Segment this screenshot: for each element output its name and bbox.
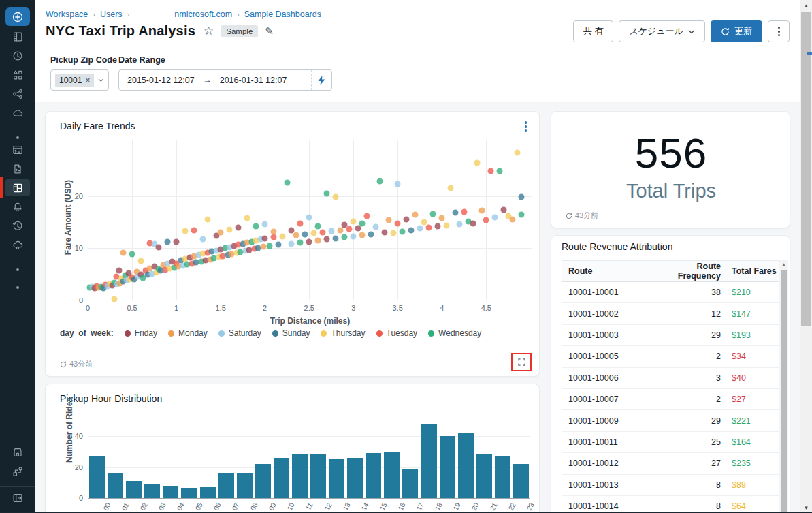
y-axis-line	[88, 140, 88, 300]
header: Workspace › Users › nmicrosoft.com › Sam…	[35, 0, 800, 48]
sidebar-item-query-history[interactable]	[5, 217, 30, 234]
sidebar-item-compute[interactable]	[5, 104, 30, 121]
fares-cell: $89	[724, 480, 777, 490]
bar	[255, 464, 271, 498]
scatter-point	[289, 240, 295, 247]
scatter-point	[337, 227, 343, 233]
sidebar-item-recents[interactable]	[5, 47, 30, 64]
sidebar-item-workflows[interactable]	[5, 85, 30, 102]
scatter-point	[236, 224, 242, 230]
scatter-point	[404, 216, 410, 222]
scatter-point	[395, 181, 401, 187]
scatter-point	[227, 226, 233, 232]
column-header-route[interactable]: Route	[568, 266, 649, 276]
breadcrumb-users[interactable]: Users	[100, 10, 123, 19]
zip-chip: 10001 ×	[55, 74, 94, 87]
bar	[513, 464, 529, 498]
table-row: 10001-100072$27	[562, 389, 781, 410]
sidebar-item-catalog[interactable]	[5, 66, 30, 83]
route-cell: 10001-10014	[568, 501, 649, 511]
bars-y-axis-title: Number of Rides	[65, 386, 74, 474]
zip-filter-select[interactable]: 10001 ×	[50, 69, 109, 91]
expand-fullscreen-icon[interactable]	[514, 356, 529, 369]
schedule-button[interactable]: スケジュール	[619, 20, 705, 42]
date-end-value[interactable]: 2016-01-31 12:07	[212, 76, 295, 85]
quick-range-bolt-icon[interactable]	[311, 70, 331, 90]
table-scrollbar[interactable]: ▲	[779, 260, 788, 513]
legend-item-monday[interactable]: Monday	[168, 328, 208, 338]
gridline	[88, 196, 532, 197]
scatter-point	[244, 215, 250, 221]
zip-filter-label: Pickup Zip Code	[50, 55, 117, 65]
table-scrollbar-thumb[interactable]	[781, 270, 787, 513]
sidebar-item-dashboards[interactable]	[5, 179, 30, 196]
main-area: Workspace › Users › nmicrosoft.com › Sam…	[35, 0, 800, 513]
table-row: 10001-1000138$210	[562, 282, 781, 303]
sidebar-item-queries[interactable]	[5, 160, 30, 177]
share-button[interactable]: 共 有	[573, 20, 614, 42]
fares-cell: $164	[724, 437, 777, 447]
legend-swatch	[168, 330, 174, 337]
date-range-input[interactable]: 2015-01-12 12:07 → 2016-01-31 12:07	[118, 69, 332, 91]
legend-swatch	[376, 330, 383, 337]
page-scrollbar-thumb[interactable]	[801, 12, 811, 326]
sidebar-collapse[interactable]	[5, 489, 30, 506]
scatter-x-axis-title: Trip Distance (miles)	[88, 316, 532, 326]
legend-item-friday[interactable]: Friday	[125, 328, 157, 338]
scatter-point	[487, 168, 493, 174]
route-cell: 10001-10003	[568, 330, 649, 340]
sidebar-item-alerts[interactable]	[5, 198, 30, 215]
sidebar-item-sql-editor[interactable]	[5, 141, 30, 158]
sidebar-item-partner-connect[interactable]	[5, 463, 30, 480]
column-header-fares[interactable]: Total Fares	[724, 266, 777, 276]
scroll-up-arrow-icon[interactable]: ▲	[779, 262, 788, 268]
scatter-card-kebab-menu[interactable]	[522, 119, 530, 135]
legend-item-wednesday[interactable]: Wednesday	[428, 328, 481, 338]
page-scrollbar[interactable]: ▲ ▼	[800, 0, 812, 513]
legend-item-sunday[interactable]: Sunday	[272, 328, 310, 338]
chip-remove-icon[interactable]: ×	[85, 76, 90, 85]
bar	[310, 454, 326, 498]
scatter-point	[417, 226, 423, 232]
sidebar-item-data-ingestion[interactable]	[5, 236, 30, 253]
breadcrumb-user-domain[interactable]: nmicrosoft.com	[174, 10, 232, 19]
sidebar-item-workspace[interactable]	[5, 28, 30, 45]
favorite-star-icon[interactable]: ☆	[204, 24, 214, 38]
scroll-up-arrow-icon[interactable]: ▲	[800, 0, 812, 11]
daily-fare-trends-card: Daily Fare Trends Fare Amount (USD) 00.5…	[45, 111, 540, 377]
scatter-point	[448, 185, 454, 191]
scatter-point	[443, 222, 449, 228]
date-start-value[interactable]: 2015-01-12 12:07	[119, 76, 203, 85]
fares-cell: $40	[724, 373, 777, 383]
legend-item-tuesday[interactable]: Tuesday	[376, 328, 418, 338]
refresh-button[interactable]: 更新	[711, 20, 762, 42]
gridline	[88, 248, 532, 249]
scatter-point	[342, 234, 348, 240]
breadcrumb: Workspace › Users › nmicrosoft.com › Sam…	[46, 10, 321, 19]
scatter-point	[510, 216, 516, 222]
edit-pencil-icon[interactable]: ✎	[265, 25, 274, 37]
x-tick-label: 1.5	[215, 304, 225, 312]
legend-item-thursday[interactable]: Thursday	[321, 328, 365, 338]
scatter-point	[514, 150, 520, 156]
scatter-point	[412, 212, 419, 218]
scatter-point	[372, 224, 378, 230]
bar	[329, 459, 344, 498]
scatter-point	[116, 268, 122, 274]
fares-cell: $210	[724, 287, 777, 297]
column-header-frequency[interactable]: Route Frequency	[651, 262, 721, 281]
scatter-point	[492, 214, 498, 220]
frequency-cell: 2	[651, 394, 721, 404]
scatter-point	[319, 229, 325, 235]
legend-item-saturday[interactable]: Saturday	[218, 328, 261, 338]
scatter-point	[439, 215, 445, 221]
dot-separator-1	[16, 136, 19, 139]
table-row: 10001-100052$34	[562, 346, 781, 367]
page-kebab-menu-button[interactable]	[768, 20, 790, 42]
scatter-point	[138, 258, 144, 264]
new-button[interactable]	[5, 7, 30, 26]
breadcrumb-workspace[interactable]: Workspace	[46, 10, 88, 19]
fares-cell: $27	[724, 394, 777, 404]
breadcrumb-sample-dashboards[interactable]: Sample Dashboards	[244, 10, 321, 19]
sidebar-item-marketplace[interactable]	[5, 444, 30, 461]
